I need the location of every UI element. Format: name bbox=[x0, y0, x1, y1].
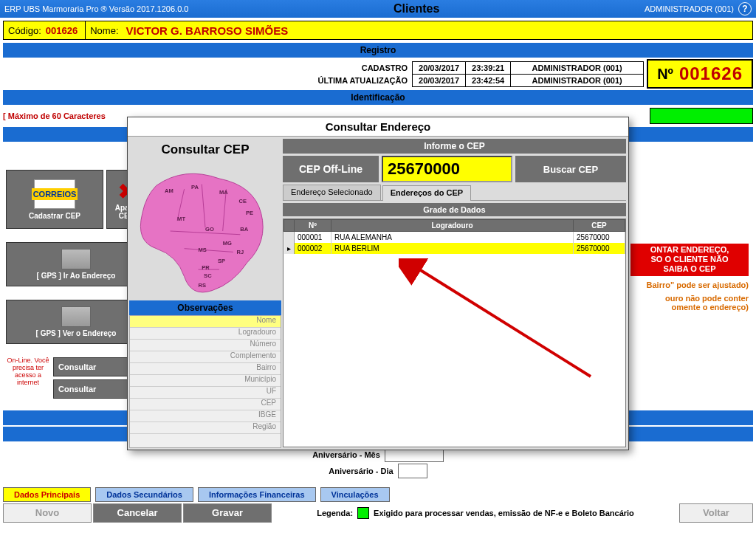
n-value: 001626 bbox=[679, 63, 743, 84]
bottom-tabs: Dados Principais Dados Secundários Infor… bbox=[3, 487, 753, 502]
col-logradouro[interactable]: Logradouro bbox=[331, 220, 574, 232]
obs-row: Município bbox=[130, 375, 281, 387]
legend: Legenda: Exigido para processar vendas, … bbox=[273, 507, 678, 519]
aniv-mes-label: Aniversário - Mês bbox=[312, 450, 380, 459]
novo-button[interactable]: Novo bbox=[3, 503, 92, 523]
obs-row: Bairro bbox=[130, 363, 281, 375]
svg-text:GO: GO bbox=[205, 226, 214, 233]
dialog-title: Consultar Endereço bbox=[128, 117, 628, 137]
tab-vinculacoes[interactable]: Vinculações bbox=[320, 487, 390, 502]
cep-offline-label: CEP Off-Line bbox=[283, 156, 379, 182]
gravar-button[interactable]: Gravar bbox=[183, 503, 272, 523]
svg-text:BA: BA bbox=[240, 226, 248, 233]
cancelar-button[interactable]: Cancelar bbox=[93, 503, 182, 523]
correios-icon: CORREIOS bbox=[34, 179, 75, 209]
online-note: On-Line. Você precisa ter acesso a inter… bbox=[6, 357, 50, 399]
subtab-enderecos-do-cep[interactable]: Endereços do CEP bbox=[382, 185, 471, 201]
consultar-cep-title: Consultar CEP bbox=[161, 142, 249, 157]
window-title: Clientes bbox=[188, 2, 645, 16]
tab-dados-principais[interactable]: Dados Principais bbox=[3, 487, 91, 502]
svg-text:MG: MG bbox=[223, 240, 232, 247]
buscar-cep-button[interactable]: Buscar CEP bbox=[515, 156, 626, 182]
svg-text:PE: PE bbox=[246, 210, 253, 216]
consultar-endereco-dialog: Consultar Endereço Consultar CEP AM PA M… bbox=[127, 117, 629, 450]
svg-text:MS: MS bbox=[199, 247, 207, 253]
cadastro-user: ADMINISTRADOR (001) bbox=[511, 61, 644, 74]
gps-icon bbox=[61, 306, 91, 327]
table-row[interactable]: 000001 RUA ALEMANHA 25670000 bbox=[284, 232, 625, 244]
obs-row: Nome bbox=[130, 316, 281, 328]
svg-text:SP: SP bbox=[218, 258, 225, 264]
voltar-button[interactable]: Voltar bbox=[679, 503, 753, 523]
registro-block: CADASTRO 20/03/2017 23:39:21 ADMINISTRAD… bbox=[3, 59, 753, 89]
ult-label: ÚLTIMA ATUALIZAÇÃO bbox=[312, 74, 412, 86]
obs-row: CEP bbox=[130, 399, 281, 410]
svg-text:SC: SC bbox=[204, 272, 212, 279]
ult-date: 20/03/2017 bbox=[413, 74, 466, 86]
ult-time: 23:42:54 bbox=[466, 74, 511, 86]
codigo-value: 001626 bbox=[46, 25, 85, 36]
svg-text:PR: PR bbox=[202, 264, 210, 271]
maxchars-note: [ Máximo de 60 Caracteres bbox=[3, 111, 106, 120]
svg-text:MT: MT bbox=[177, 216, 185, 222]
ult-user: ADMINISTRADOR (001) bbox=[511, 74, 644, 86]
aniv-dia-label: Aniversário - Dia bbox=[329, 467, 393, 475]
client-header: Código: 001626 Nome: VICTOR G. BARROSO S… bbox=[3, 21, 753, 40]
svg-text:MA: MA bbox=[219, 189, 228, 196]
record-number-box: Nº 001626 bbox=[647, 59, 753, 89]
app-version: ERP UBS Marmoraria Pro ® Versão 2017.120… bbox=[4, 4, 188, 13]
legend-square-icon bbox=[357, 507, 369, 519]
tab-info-financeiras[interactable]: Informações Financeiras bbox=[198, 487, 316, 502]
grade-label: Grade de Dados bbox=[283, 203, 626, 216]
cadastro-date: 20/03/2017 bbox=[413, 61, 466, 74]
gps-ir-button[interactable]: [ GPS ] Ir Ao Endereço bbox=[6, 242, 146, 286]
observacoes-header: Observações bbox=[129, 300, 281, 315]
cadastro-label: CADASTRO bbox=[312, 61, 412, 74]
n-label: Nº bbox=[657, 66, 673, 83]
section-identificacao: Identificação bbox=[3, 90, 753, 105]
codigo-label: Código: bbox=[4, 25, 46, 36]
address-warning-box: ONTAR ENDEREÇO, SO O CLIENTE NÃO SAIBA O… bbox=[630, 244, 749, 276]
svg-text:RJ: RJ bbox=[237, 249, 244, 255]
current-user: ADMINISTRADOR (001) bbox=[645, 4, 734, 13]
gps-icon bbox=[61, 249, 91, 269]
help-icon[interactable]: ? bbox=[738, 2, 752, 16]
cadastro-time: 23:39:21 bbox=[466, 61, 511, 74]
required-field-indicator[interactable] bbox=[650, 108, 753, 124]
observacoes-list: Nome Logradouro Número Complemento Bairr… bbox=[129, 315, 281, 448]
svg-text:PA: PA bbox=[191, 184, 199, 190]
col-cep[interactable]: CEP bbox=[574, 220, 625, 232]
address-grid[interactable]: Nº Logradouro CEP 000001 RUA ALEMANHA 25… bbox=[283, 219, 626, 447]
nome-value: VICTOR G. BARROSO SIMÕES bbox=[123, 24, 289, 37]
svg-text:AM: AM bbox=[165, 188, 173, 194]
section-registro: Registro bbox=[3, 43, 753, 58]
nome-label: Nome: bbox=[86, 25, 123, 36]
svg-text:RS: RS bbox=[199, 282, 207, 289]
cadastrar-cep-button[interactable]: CORREIOS Cadastrar CEP bbox=[6, 170, 103, 229]
bairro-hint: Bairro" pode ser ajustado) bbox=[630, 281, 749, 289]
obs-row: Número bbox=[130, 340, 281, 351]
obs-row: UF bbox=[130, 387, 281, 399]
table-row-selected[interactable]: ▸ 000002 RUA BERLIM 25670000 bbox=[284, 243, 625, 254]
obs-row: IBGE bbox=[130, 410, 281, 422]
svg-text:CE: CE bbox=[238, 198, 247, 204]
informe-cep-label: Informe o CEP bbox=[283, 139, 626, 154]
obs-row: Complemento bbox=[130, 351, 281, 363]
cep-input[interactable]: 25670000 bbox=[382, 156, 512, 182]
brazil-map-icon[interactable]: AM PA MA CE PE BA MT GO MG MS SP PR SC R… bbox=[135, 165, 275, 297]
aniv-dia-select[interactable] bbox=[398, 464, 427, 478]
subtab-endereco-selecionado[interactable]: Endereço Selecionado bbox=[283, 185, 381, 200]
gps-ver-button[interactable]: [ GPS ] Ver o Endereço bbox=[6, 300, 146, 344]
logradouro-hint: ouro não pode conter omente o endereço) bbox=[630, 294, 749, 312]
col-n[interactable]: Nº bbox=[295, 220, 331, 232]
obs-row: Região bbox=[130, 422, 281, 434]
obs-row: Logradouro bbox=[130, 328, 281, 340]
titlebar: ERP UBS Marmoraria Pro ® Versão 2017.120… bbox=[0, 0, 756, 18]
tab-dados-secundarios[interactable]: Dados Secundários bbox=[95, 487, 193, 502]
